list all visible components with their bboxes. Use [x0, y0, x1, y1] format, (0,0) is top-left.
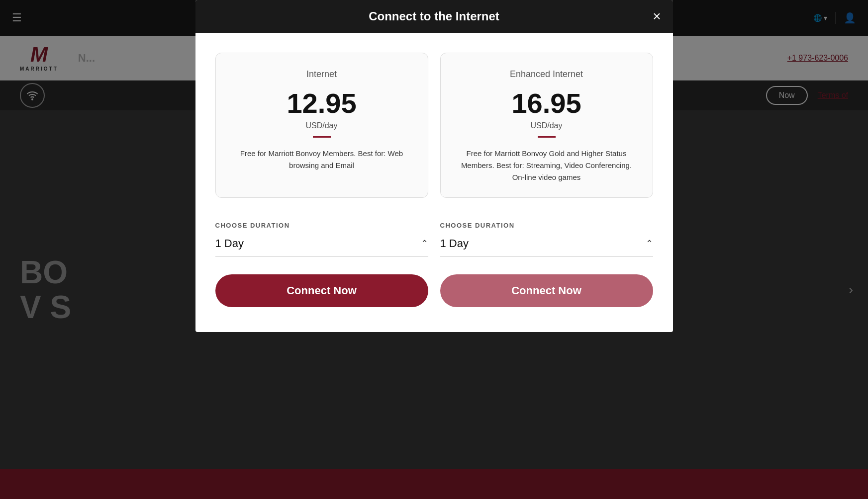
plans-row: Internet 12.95 USD/day Free for Marriott…	[215, 53, 653, 198]
enhanced-plan-unit: USD/day	[455, 121, 639, 130]
internet-duration-value: 1 Day	[215, 237, 244, 250]
enhanced-plan-price: 16.95	[455, 89, 639, 117]
duration-row: CHOOSE DURATION 1 Day ⌃ CHOOSE DURATION …	[215, 222, 653, 256]
enhanced-connect-button[interactable]: Connect Now	[440, 274, 653, 307]
internet-plan-name: Internet	[230, 69, 414, 80]
modal-overlay: Connect to the Internet × Internet 12.95…	[0, 0, 868, 499]
enhanced-internet-plan-card: Enhanced Internet 16.95 USD/day Free for…	[440, 53, 653, 198]
modal-title: Connect to the Internet	[369, 9, 499, 23]
internet-duration-chevron-icon: ⌃	[421, 238, 428, 249]
enhanced-duration-chevron-icon: ⌃	[646, 238, 653, 249]
internet-connect-button[interactable]: Connect Now	[215, 274, 428, 307]
enhanced-duration-value: 1 Day	[440, 237, 469, 250]
internet-plan-price: 12.95	[230, 89, 414, 117]
internet-plan-unit: USD/day	[230, 121, 414, 130]
internet-connect-modal: Connect to the Internet × Internet 12.95…	[195, 0, 673, 332]
internet-duration-label: CHOOSE DURATION	[215, 222, 428, 229]
modal-header: Connect to the Internet ×	[195, 0, 673, 33]
internet-duration-section: CHOOSE DURATION 1 Day ⌃	[215, 222, 428, 256]
enhanced-plan-description: Free for Marriott Bonvoy Gold and Higher…	[455, 148, 639, 183]
internet-duration-select[interactable]: 1 Day ⌃	[215, 237, 428, 256]
enhanced-plan-name: Enhanced Internet	[455, 69, 639, 80]
modal-body: Internet 12.95 USD/day Free for Marriott…	[195, 33, 673, 332]
modal-close-button[interactable]: ×	[653, 9, 661, 23]
internet-plan-card: Internet 12.95 USD/day Free for Marriott…	[215, 53, 428, 198]
internet-plan-description: Free for Marriott Bonvoy Members. Best f…	[230, 148, 414, 171]
enhanced-duration-section: CHOOSE DURATION 1 Day ⌃	[440, 222, 653, 256]
internet-plan-divider	[313, 136, 331, 138]
enhanced-duration-select[interactable]: 1 Day ⌃	[440, 237, 653, 256]
enhanced-duration-label: CHOOSE DURATION	[440, 222, 653, 229]
enhanced-plan-divider	[538, 136, 556, 138]
connect-buttons-row: Connect Now Connect Now	[215, 274, 653, 307]
